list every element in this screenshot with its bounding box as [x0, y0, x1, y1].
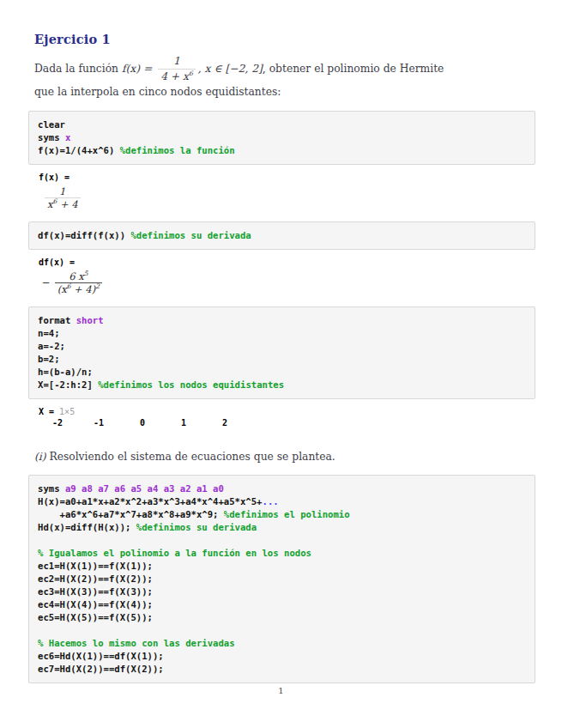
code-segment: ec6=Hd(X(1))==df(X(1)); [38, 651, 164, 661]
code-line: syms x [38, 131, 528, 144]
code-segment: clear [38, 119, 65, 130]
output-df-math: − 6 x5(x6 + 4)2 [39, 270, 538, 295]
code-segment: %definimos la función [120, 145, 235, 155]
code-segment: b=2; [38, 354, 60, 364]
output-df-fraction: 6 x5(x6 + 4)2 [55, 270, 102, 295]
math-interval: , x ∈ [−2, 2] [198, 62, 263, 76]
code-segment: ec7=Hd(X(2))==df(X(2)); [38, 664, 164, 674]
page-title: Ejercicio 1 [34, 32, 538, 46]
output-f-math: 1x6 + 4 [39, 185, 538, 210]
code-segment: a=-2; [38, 341, 65, 351]
code-block-define-function: clearsyms xf(x)=1/(4+x^6) %definimos la … [28, 111, 535, 165]
output-df: df(x) = − 6 x5(x6 + 4)2 [34, 258, 538, 295]
code-line: ec2=H(X(2))==f(X(2)); [38, 573, 528, 585]
document-page: Ejercicio 1 Dada la función f(x) = 14 + … [0, 0, 562, 728]
code-segment: %definimos los nodos equidistantes [98, 379, 284, 390]
output-X: X = 1×5 -2-1012 [34, 407, 538, 428]
fraction-numerator: 6 x5 [66, 270, 90, 282]
code-segment: short [76, 315, 104, 325]
code-line: Hd(x)=diff(H(x)); %definimos su derivada [38, 521, 528, 534]
code-line: ec5=H(X(5))==f(X(5)); [38, 611, 528, 624]
output-X-label: X = 1×5 [39, 407, 538, 416]
numerator-base: 6 x [69, 270, 83, 282]
page-number: 1 [0, 686, 562, 695]
output-f-label: f(x) = [39, 173, 538, 182]
matrix-values: -2-1012 [39, 418, 538, 428]
minus-sign: − [42, 276, 51, 288]
fraction-denominator: x6 + 4 [45, 198, 81, 210]
matrix-value: 0 [104, 418, 145, 428]
code-segment: h=(b-a)/n; [38, 367, 93, 377]
output-f-fraction: 1x6 + 4 [45, 185, 81, 210]
code-segment: ec5=H(X(5))==f(X(5)); [38, 612, 153, 622]
code-segment: ec4=H(X(4))==f(X(4)); [38, 599, 153, 610]
code-block-derivative: df(x)=diff(f(x)) %definimos su derivada [28, 221, 535, 250]
code-line: +a6*x^6+a7*x^7+a8*x^8+a9*x^9; %definimos… [38, 508, 528, 521]
denominator-open: (x [57, 283, 67, 295]
code-line: f(x)=1/(4+x^6) %definimos la función [38, 144, 528, 157]
code-line: format short [38, 314, 528, 327]
matrix-value: 1 [145, 418, 186, 428]
fraction-numerator: 1 [57, 185, 68, 197]
code-segment: % Igualamos el polinomio a la función en… [38, 548, 311, 558]
denominator-exponent: 6 [189, 70, 193, 77]
code-line [38, 624, 528, 637]
code-segment: ec3=H(X(3))==f(X(3)); [38, 586, 153, 597]
code-segment: %definimos el polinomio [224, 509, 350, 519]
code-line: df(x)=diff(f(x)) %definimos su derivada [38, 229, 528, 242]
code-segment: df(x)=diff(f(x)) [38, 230, 130, 240]
denominator-base: 4 + x [160, 70, 189, 82]
math-f-of-x: f(x) = [122, 62, 155, 76]
numerator-exponent: 5 [84, 270, 88, 277]
code-segment: +a6*x^6+a7*x^7+a8*x^8+a9*x^9; [38, 509, 224, 519]
denominator-rest: + 4 [57, 198, 77, 210]
code-segment: format [38, 315, 76, 325]
fraction-denominator: (x6 + 4)2 [55, 283, 102, 295]
code-segment: n=4; [38, 328, 60, 338]
matrix-dimensions: 1×5 [59, 407, 75, 416]
code-line: H(x)=a0+a1*x+a2*x^2+a3*x^3+a4*x^4+a5*x^5… [38, 495, 528, 508]
code-line: X=[-2:h:2] %definimos los nodos equidist… [38, 379, 528, 391]
output-f: f(x) = 1x6 + 4 [34, 173, 538, 210]
code-segment: Hd(x)=diff(H(x)); [38, 522, 136, 532]
code-segment: X=[-2:h:2] [38, 379, 98, 390]
code-line: ec7=Hd(X(2))==df(X(2)); [38, 663, 528, 676]
matrix-name: X = [39, 407, 59, 416]
matrix-value: -2 [39, 418, 63, 428]
document-content: Ejercicio 1 Dada la función f(x) = 14 + … [0, 0, 562, 683]
code-block-hermite-system: syms a9 a8 a7 a6 a5 a4 a3 a2 a1 a0H(x)=a… [28, 475, 535, 683]
code-segment: f(x)=1/(4+x^6) [38, 145, 120, 155]
code-segment: H(x)=a0+a1*x+a2*x^2+a3*x^3+a4*x^4+a5*x^5… [38, 496, 263, 507]
intro-paragraph-line2: que la interpola en cinco nodos equidist… [34, 85, 538, 100]
code-segment: ec1=H(X(1))==f(X(1)); [38, 561, 153, 571]
code-segment: syms [38, 132, 65, 143]
fraction-denominator: 4 + x6 [158, 70, 196, 84]
section-i-text: Resolviendo el sistema de ecuaciones que… [46, 451, 335, 463]
code-segment: x [65, 132, 70, 143]
code-segment: ec2=H(X(2))==f(X(2)); [38, 573, 153, 584]
code-segment: ... [263, 496, 279, 507]
denominator-outer-exponent: 2 [95, 282, 100, 290]
code-line: % Hacemos lo mismo con las derivadas [38, 637, 528, 650]
section-i-marker: (i) [34, 451, 46, 463]
matrix-value: 2 [186, 418, 227, 428]
code-line: ec4=H(X(4))==f(X(4)); [38, 598, 528, 611]
code-segment: %definimos su derivada [136, 522, 257, 532]
code-line: clear [38, 118, 528, 131]
code-line: ec3=H(X(3))==f(X(3)); [38, 585, 528, 598]
fraction-numerator: 1 [171, 54, 183, 69]
code-segment: % Hacemos lo mismo con las derivadas [38, 638, 235, 648]
code-block-nodes: format shortn=4;a=-2;b=2;h=(b-a)/n;X=[-2… [28, 306, 535, 399]
code-line: ec1=H(X(1))==f(X(1)); [38, 560, 528, 573]
denominator-close: + 4) [70, 283, 95, 295]
matrix-value: -1 [63, 418, 104, 428]
intro-text-pre: Dada la función [34, 62, 122, 76]
code-line: syms a9 a8 a7 a6 a5 a4 a3 a2 a1 a0 [38, 482, 528, 495]
code-line: n=4; [38, 327, 528, 340]
code-line: ec6=Hd(X(1))==df(X(1)); [38, 650, 528, 663]
code-segment: syms [38, 483, 65, 494]
intro-text-post: , obtener el polinomio de Hermite [263, 62, 444, 76]
intro-paragraph-line1: Dada la función f(x) = 14 + x6, x ∈ [−2,… [34, 54, 538, 83]
section-i-paragraph: (i) Resolviendo el sistema de ecuaciones… [34, 450, 538, 464]
code-line [38, 534, 528, 547]
